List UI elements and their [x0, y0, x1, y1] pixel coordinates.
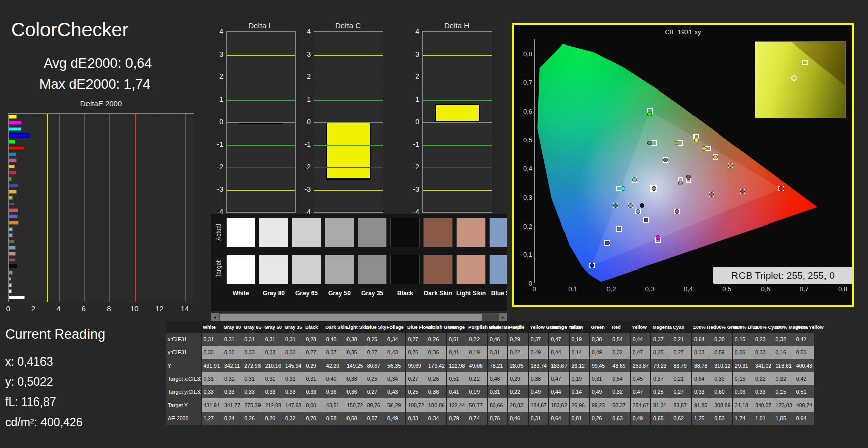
table-cell: 400,74: [794, 398, 814, 412]
deltae-bar: [9, 202, 14, 206]
table-cell: 0,43: [385, 385, 406, 398]
table-cell: 0,36: [344, 385, 365, 398]
rgb-triplet-label: RGB Triplet: 255, 255, 0: [713, 267, 853, 284]
table-cell: 0,51: [447, 333, 467, 346]
swatch-name: Black: [388, 290, 422, 297]
swatch-target[interactable]: [489, 255, 507, 284]
table-cell: 0,31: [222, 372, 242, 385]
table-col-header: Blue Flower: [406, 321, 426, 333]
table-cell: 0,24: [222, 412, 242, 425]
table-col-header: 100% Green: [712, 321, 732, 333]
table-cell: 26,96: [569, 398, 589, 412]
table-col-header: Gray 65: [242, 321, 263, 333]
deltae2000-chart: DeltaE 2000 02468101214: [7, 99, 195, 318]
table-cell: 0,33: [263, 385, 283, 398]
table-cell: 0,33: [406, 412, 426, 425]
cie-measured-marker: [613, 203, 618, 208]
swatch-actual[interactable]: [226, 218, 255, 247]
table-cell: 183,74: [528, 359, 548, 372]
cie-measured-marker: [647, 112, 652, 116]
table-cell: 0,62: [671, 412, 691, 425]
table-cell: 0,57: [365, 412, 385, 425]
table-cell: 0,31: [487, 346, 507, 359]
delta-chart-plot: [422, 31, 492, 213]
table-cell: 50,77: [467, 398, 487, 412]
inset-measured-marker: [791, 75, 797, 81]
table-cell: 0,26: [426, 333, 446, 346]
table-cell: 0,31: [283, 372, 303, 385]
swatch-target[interactable]: [390, 255, 420, 284]
swatch-target[interactable]: [358, 255, 387, 284]
swatch-scrollbar[interactable]: ◄ ►: [211, 313, 507, 321]
table-cell: 0,30: [712, 333, 732, 346]
table-cell: 80,66: [487, 398, 507, 412]
table-cell: 150,72: [344, 398, 365, 412]
swatch-actual[interactable]: [390, 218, 420, 247]
swatch-name: Gray 50: [323, 290, 356, 297]
table-cell: 0,41: [447, 385, 467, 398]
delta-chart-gridline: [227, 55, 295, 56]
delta-chart-title: Delta H: [422, 21, 491, 30]
delta-chart-gridline: [227, 167, 295, 168]
swatch-actual[interactable]: [292, 218, 321, 247]
swatch-actual[interactable]: [259, 218, 288, 247]
cie-y-tick-label: 0,6: [523, 108, 532, 115]
swatch-actual[interactable]: [489, 218, 507, 247]
current-reading-line: y: 0,5022: [5, 372, 105, 392]
deltae-bar: [9, 121, 22, 125]
scroll-right-button[interactable]: ►: [499, 313, 507, 321]
deltae-bar: [9, 246, 16, 250]
table-cell: 0,34: [385, 372, 406, 385]
table-col-header: 100% Cyan: [753, 321, 773, 333]
table-col-header: Orange Yellow: [549, 321, 569, 333]
table-cell: 0,47: [549, 372, 569, 385]
table-cell: 0,50: [794, 346, 814, 359]
delta-chart-y-tick-label: 4: [297, 27, 311, 35]
table-col-header: Gray 35: [283, 321, 303, 333]
table-cell: 122,98: [447, 359, 467, 372]
table-cell: 0,06: [732, 346, 753, 359]
swatch-target[interactable]: [456, 255, 486, 284]
table-cell: 0,54: [610, 372, 630, 385]
swatch-target[interactable]: [325, 255, 354, 284]
table-cell: 0,33: [283, 385, 303, 398]
swatch-target[interactable]: [292, 255, 321, 284]
swatch-actual[interactable]: [423, 218, 453, 247]
swatch-actual[interactable]: [456, 218, 486, 247]
table-cell: 0,37: [324, 346, 344, 359]
table-cell: 0,33: [201, 346, 222, 359]
delta-chart-gridline: [227, 145, 295, 146]
table-cell: 1,25: [691, 412, 712, 425]
table-cell: 0,32: [283, 412, 303, 425]
table-cell: 0,44: [630, 333, 650, 346]
swatch-target[interactable]: [259, 255, 288, 284]
cie-measured-marker: [644, 218, 648, 222]
table-col-header: Orange: [447, 321, 467, 333]
table-cell: 0,33: [242, 385, 263, 398]
table-cell: 0,21: [671, 333, 691, 346]
cie-measured-marker: [663, 158, 668, 162]
table-cell: 183,62: [549, 398, 569, 412]
swatch-actual[interactable]: [325, 218, 354, 247]
swatch-target[interactable]: [226, 255, 255, 284]
deltae-bar: [9, 171, 17, 175]
table-cell: 0,14: [569, 346, 589, 359]
delta-chart-y-tick-label: -2: [406, 163, 419, 171]
table-row: ΔE 20001,270,240,260,200,320,700,580,580…: [166, 412, 814, 425]
current-reading-line: x: 0,4163: [5, 351, 105, 372]
swatch-target[interactable]: [423, 255, 453, 284]
table-cell: 0,27: [406, 333, 426, 346]
delta-chart-gridline: [423, 55, 492, 56]
table-cell: 0,44: [549, 346, 569, 359]
swatch-actual[interactable]: [358, 218, 387, 247]
delta-chart-y-tick-label: -1: [297, 140, 311, 148]
deltae-gridline: [59, 114, 60, 302]
table-header-row: WhiteGray 80Gray 65Gray 50Gray 35BlackDa…: [166, 321, 814, 333]
scrollbar-thumb[interactable]: [220, 314, 482, 321]
deltae-x-tick-label: 2: [31, 304, 35, 313]
table-cell: 0,29: [303, 359, 324, 372]
table-cell: 0,19: [467, 385, 487, 398]
scroll-left-button[interactable]: ◄: [211, 313, 219, 321]
deltae-x-tick-label: 10: [130, 304, 139, 313]
cie-y-tick-label: 0,4: [523, 165, 532, 172]
